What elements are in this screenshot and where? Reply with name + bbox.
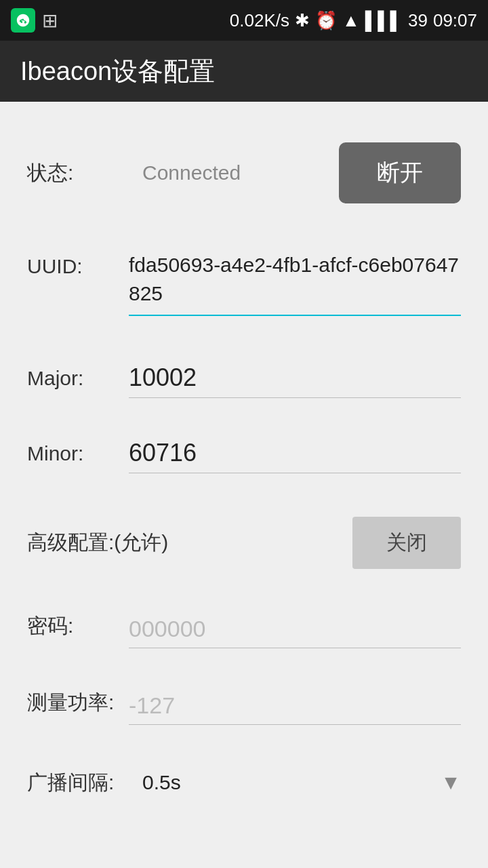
disconnect-button[interactable]: 断开 (339, 142, 461, 203)
measure-power-row: 测量功率: -127 (27, 675, 461, 725)
status-row: 状态: Connected 断开 (27, 122, 461, 224)
minor-value: 60716 (129, 439, 197, 467)
major-row: Major: 10002 (27, 350, 461, 398)
app-title: Ibeacon设备配置 (20, 54, 215, 89)
dropdown-arrow-icon[interactable]: ▼ (441, 771, 461, 794)
broadcast-interval-row: 广播间隔: 0.5s ▼ (27, 752, 461, 813)
major-label: Major: (27, 367, 129, 398)
gallery-icon: ⊞ (42, 9, 58, 32)
status-label: 状态: (27, 159, 102, 187)
minor-label: Minor: (27, 442, 129, 473)
major-field[interactable]: 10002 (129, 363, 461, 398)
uuid-value[interactable]: fda50693-a4e2-4fb1-afcf-c6eb07647825 (129, 251, 461, 308)
status-bar: ⊞ 0.02K/s ✱ ⏰ ▲ ▌▌▌ 39 09:07 (0, 0, 488, 41)
battery-level: 39 (408, 10, 428, 31)
bluetooth-icon: ✱ (295, 10, 310, 31)
status-bar-right: 0.02K/s ✱ ⏰ ▲ ▌▌▌ 39 09:07 (230, 10, 477, 31)
main-content: 状态: Connected 断开 UUID: fda50693-a4e2-4fb… (0, 102, 488, 868)
advanced-config-row: 高级配置:(允许) 关闭 (27, 500, 461, 585)
major-value: 10002 (129, 363, 197, 391)
alarm-icon: ⏰ (315, 10, 337, 31)
close-button[interactable]: 关闭 (352, 517, 461, 569)
password-placeholder: 000000 (129, 616, 205, 642)
measure-power-placeholder: -127 (129, 692, 175, 718)
signal-icon: ▌▌▌ (365, 10, 403, 31)
minor-field[interactable]: 60716 (129, 439, 461, 473)
minor-row: Minor: 60716 (27, 425, 461, 473)
wifi-icon: ▲ (342, 10, 360, 31)
password-row: 密码: 000000 (27, 599, 461, 648)
network-speed: 0.02K/s (230, 10, 289, 31)
uuid-row: UUID: fda50693-a4e2-4fb1-afcf-c6eb076478… (27, 244, 461, 336)
wechat-icon (11, 8, 35, 33)
time: 09:07 (433, 10, 477, 31)
app-header: Ibeacon设备配置 (0, 41, 488, 102)
status-bar-left: ⊞ (11, 8, 58, 33)
uuid-label: UUID: (27, 251, 129, 278)
password-field[interactable]: 000000 (129, 616, 461, 648)
measure-power-label: 测量功率: (27, 689, 129, 725)
broadcast-value: 0.5s (136, 771, 441, 794)
broadcast-label: 广播间隔: (27, 768, 136, 797)
measure-power-field[interactable]: -127 (129, 692, 461, 725)
status-value: Connected (102, 161, 339, 184)
password-label: 密码: (27, 612, 129, 648)
advanced-label: 高级配置:(允许) (27, 529, 352, 557)
